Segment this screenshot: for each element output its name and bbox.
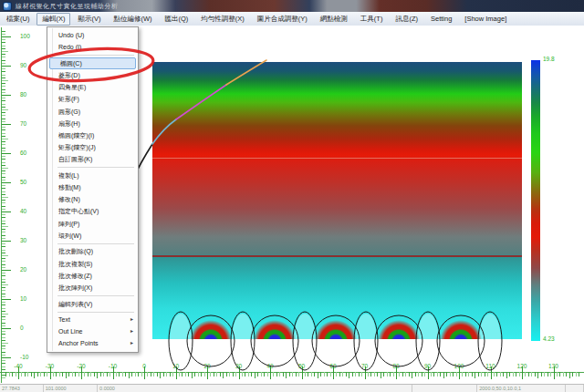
- menu-item-label: 批次複製(S): [58, 261, 92, 267]
- ruler-tick: [541, 372, 542, 377]
- ruler-tick: [383, 372, 384, 377]
- menu-item[interactable]: 陣列(P): [48, 218, 137, 230]
- menu-item[interactable]: 移動(M): [48, 181, 137, 193]
- ruler-tick: [116, 372, 117, 377]
- ruler-tick: [2, 86, 5, 87]
- ruler-tick: [513, 372, 514, 377]
- ruler-tick: [188, 372, 189, 377]
- menu-item[interactable]: 指定中心點(V): [48, 205, 137, 217]
- ruler-tick: [2, 255, 8, 256]
- menu-item[interactable]: Undo (U): [48, 29, 137, 41]
- status-cell: 101.0000: [44, 385, 98, 392]
- workspace: 19.8 4.23 1009080706050403020100-10 -40-…: [0, 26, 584, 392]
- menu-item[interactable]: Text▸: [48, 314, 137, 325]
- ruler-tick: [548, 372, 548, 377]
- menu-item[interactable]: 批次陣列(X): [48, 282, 137, 294]
- ruler-tick: [2, 331, 5, 332]
- ruler-tick: [56, 372, 57, 377]
- ruler-tick: [308, 372, 308, 377]
- ruler-tick: [2, 206, 5, 207]
- ruler-tick: [2, 352, 5, 353]
- menu-item[interactable]: 自訂圖形(K): [48, 153, 137, 165]
- ruler-tick: [355, 372, 356, 377]
- ruler-tick: [2, 139, 8, 139]
- menu-item-label: Redo (I): [58, 44, 81, 50]
- ruler-tick: [2, 238, 5, 239]
- menubar-item[interactable]: 圖片合成調整(Y): [252, 13, 313, 26]
- ruler-tick: [342, 372, 343, 377]
- menubar-item[interactable]: 顯示(V): [72, 13, 106, 26]
- ruler-tick: [2, 241, 11, 242]
- menubar-item[interactable]: 訊息(Z): [390, 13, 423, 26]
- ruler-tick: [550, 372, 551, 377]
- menu-item[interactable]: 複製(L): [48, 170, 137, 181]
- menu-item[interactable]: 菱形(D): [48, 69, 137, 81]
- ruler-tick: [2, 185, 5, 186]
- ruler-tick: [2, 194, 5, 195]
- ruler-tick: [2, 217, 5, 218]
- ruler-tick: [40, 372, 41, 377]
- menu-item[interactable]: 修改(N): [48, 193, 137, 205]
- menu-item[interactable]: Out Line▸: [48, 325, 137, 337]
- ruler-tick: [528, 372, 529, 377]
- ruler-label: 90: [424, 363, 431, 369]
- ruler-tick: [415, 372, 416, 377]
- menubar-item[interactable]: 編輯(X): [36, 13, 70, 26]
- ruler-tick: [129, 372, 130, 378]
- ruler-tick: [2, 180, 5, 181]
- menu-item[interactable]: 批次複製(S): [48, 258, 137, 270]
- menu-item[interactable]: 環列(W): [48, 230, 137, 242]
- menu-item[interactable]: 批次修改(Z): [48, 270, 137, 282]
- menubar-item[interactable]: Setting: [425, 13, 457, 25]
- menu-item[interactable]: 圓形(G): [48, 106, 137, 118]
- ruler-tick: [267, 372, 268, 377]
- ruler-tick: [485, 372, 485, 377]
- status-cell: [566, 385, 584, 392]
- menubar-item[interactable]: 均勻性調整(X): [195, 13, 250, 26]
- menu-item-label: Undo (U): [58, 32, 84, 38]
- menu-item[interactable]: 扇形(H): [48, 118, 137, 129]
- ruler-tick: [122, 372, 123, 377]
- menu-item[interactable]: 批次刪除(Q): [48, 245, 137, 257]
- heatmap-canvas[interactable]: [152, 62, 522, 339]
- menu-item[interactable]: Anchor Points▸: [48, 337, 137, 349]
- ruler-tick: [349, 372, 349, 378]
- ruler-tick: [2, 115, 5, 116]
- ruler-tick: [2, 311, 5, 312]
- ruler-tick: [100, 372, 101, 377]
- menu-item[interactable]: 橢圓(鏤空)(I): [48, 129, 137, 141]
- menubar-item[interactable]: 網點檢測: [315, 13, 353, 26]
- ruler-tick: [31, 372, 32, 377]
- menubar-item[interactable]: 匯出(Q): [160, 13, 194, 26]
- narrow-ellipse-fill: [294, 314, 316, 339]
- ruler-tick: [62, 372, 63, 377]
- menu-item[interactable]: 編輯列表(V): [48, 298, 137, 310]
- ruler-tick: [255, 372, 256, 378]
- ruler-tick: [223, 372, 224, 378]
- menubar-item[interactable]: 檔案(U): [1, 13, 35, 26]
- ruler-tick: [2, 246, 5, 247]
- ruler-tick: [2, 226, 8, 227]
- menu-item[interactable]: 四角星(E): [48, 81, 137, 93]
- status-cell: [412, 385, 477, 392]
- ruler-tick: [472, 372, 473, 377]
- menubar-item[interactable]: 工具(T): [355, 13, 389, 26]
- menu-item[interactable]: 矩形(F): [48, 93, 137, 105]
- ruler-tick: [330, 372, 331, 377]
- menu-item[interactable]: Redo (I): [48, 41, 137, 53]
- menu-item[interactable]: 橢圓(C): [49, 57, 136, 69]
- ruler-tick: [450, 372, 451, 377]
- ruler-tick: [374, 372, 375, 377]
- menubar-item[interactable]: 點位編修(W): [108, 13, 157, 26]
- ruler-tick: [2, 340, 5, 341]
- ruler-tick: [402, 372, 403, 377]
- ruler-tick: [276, 372, 277, 377]
- ruler-tick: [242, 372, 243, 377]
- menubar-item[interactable]: [Show Image]: [459, 13, 512, 25]
- submenu-arrow-icon: ▸: [130, 325, 133, 337]
- ruler-label: 100: [20, 33, 30, 39]
- ruler-tick: [361, 372, 362, 377]
- menu-item[interactable]: 矩形(鏤空)(J): [48, 141, 137, 153]
- ruler-tick: [131, 372, 132, 377]
- ruler-tick: [34, 372, 35, 378]
